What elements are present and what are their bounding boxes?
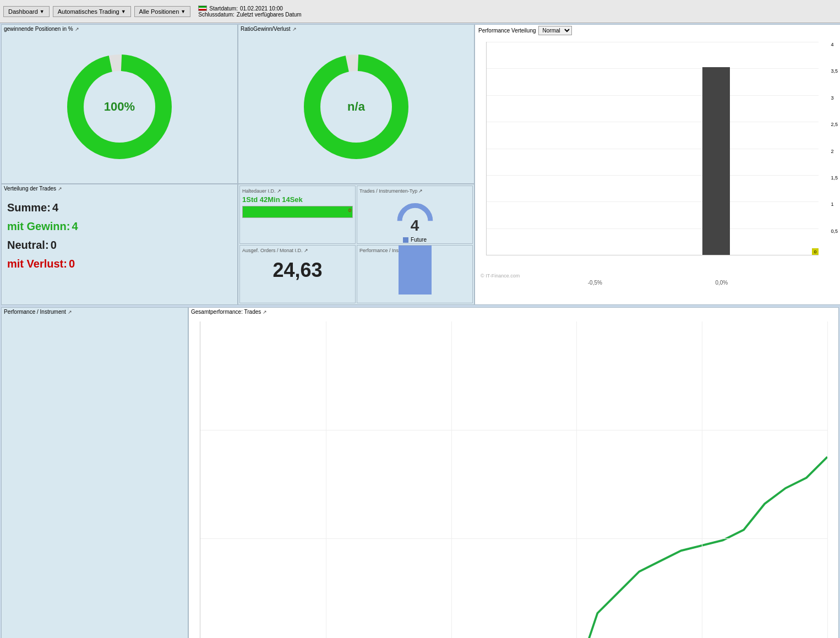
startdatum-row: Startdatum: 01.02.2021 10:00 xyxy=(198,6,301,12)
flag-icon xyxy=(198,6,207,11)
sub-panel-ausgef-orders: Ausgef. Orders / Monat I.D. ↗ 24,63 xyxy=(239,245,356,303)
trades-instr-title: Trades / Instrumenten-Typ ↗ xyxy=(359,188,470,194)
grid-v-3 xyxy=(576,321,577,638)
summe-row: Summe: 4 xyxy=(7,198,232,217)
panel-ratio-gewinn-verlust: RatioGewinn/Verlust ↗ n/a xyxy=(238,24,474,184)
startdatum-label: Startdatum: xyxy=(209,6,238,12)
expand-icon-ausgef[interactable]: ↗ xyxy=(304,248,308,253)
grid-line-h-2 xyxy=(487,95,819,96)
top-bar: Dashboard Automatisches Trading Alle Pos… xyxy=(0,0,840,23)
verteilung-title: Verteilung der Trades xyxy=(4,186,56,192)
gesamt-chart: © IT-Finance.com 0 1 2 3 4 5 xyxy=(189,316,838,638)
legend-label: Future xyxy=(411,237,427,243)
summe-value: 4 xyxy=(52,201,58,214)
y-label-25: 2,5 xyxy=(831,122,838,127)
progress-zero: 0 xyxy=(348,208,351,213)
perf-bottom-label: -0,5% 0,0% xyxy=(475,280,840,288)
grid-line-h-1 xyxy=(487,68,819,69)
y-label-2: 2 xyxy=(831,149,838,154)
gesamt-inner: © IT-Finance.com xyxy=(200,321,827,638)
mit-gewinn-value: 4 xyxy=(72,220,78,232)
schlussdatum-label: Schlussdatum: xyxy=(198,12,234,18)
donut-wrap-ratio: n/a xyxy=(301,52,411,162)
trade-dist: Summe: 4 mit Gewinn: 4 Neutral: 0 mit Ve… xyxy=(2,193,237,279)
y-label-1: 1 xyxy=(831,201,838,207)
donut-label-ratio: n/a xyxy=(347,100,365,114)
perf-copyright: © IT-Finance.com xyxy=(475,272,840,280)
schlussdatum-value: Zuletzt verfügbares Datum xyxy=(237,12,302,18)
haltedauer-grid: Haltedauer I.D. ↗ 1Std 42Min 14Sek 0 Tra… xyxy=(239,186,473,303)
neutral-value: 0 xyxy=(51,239,57,251)
panel-header-verteilung: Verteilung der Trades ↗ xyxy=(2,184,237,193)
y-label-4: 4 xyxy=(831,42,838,47)
alle-positionen-button[interactable]: Alle Positionen xyxy=(134,6,191,17)
donut-label-gewinnende: 100% xyxy=(104,100,135,114)
y-labels: 4 3,5 3 2,5 2 1,5 1 0,5 xyxy=(831,42,838,255)
gesamt-header: Gesamtperformance: Trades ↗ xyxy=(189,308,838,316)
y-label-15: 1,5 xyxy=(831,175,838,181)
panel-header-ratio: RatioGewinn/Verlust ↗ xyxy=(238,25,474,33)
expand-icon-gewinnende[interactable]: ↗ xyxy=(75,26,79,32)
expand-icon-ratio[interactable]: ↗ xyxy=(292,26,297,32)
grid-line-h-5 xyxy=(487,175,819,176)
sub-panel-haltedauer: Haltedauer I.D. ↗ 1Std 42Min 14Sek 0 xyxy=(239,186,356,244)
perf-chart-inner: 0 4 3,5 3 2,5 2 1,5 1 0,5 xyxy=(486,42,819,255)
grid-line-h-7 xyxy=(487,228,819,229)
neutral-row: Neutral: 0 xyxy=(7,236,232,254)
panel-performance-instrument: Performance / Instrument ↗ Deutschland 3… xyxy=(1,307,188,638)
expand-icon-instrument[interactable]: ↗ xyxy=(68,309,72,315)
grid-v-2 xyxy=(451,321,452,638)
grid-v-4 xyxy=(702,321,702,638)
panel-gesamtperformance: Gesamtperformance: Trades ↗ xyxy=(188,307,839,638)
haltedauer-title: Haltedauer I.D. ↗ xyxy=(242,188,353,194)
normal-select[interactable]: Normal xyxy=(538,26,572,35)
instrument-chart: Deutschland 30-Kassa (1 €) xyxy=(2,316,188,638)
sub-panel-perf-instr: Performance / Instr-Typ ↗ Future xyxy=(357,245,473,303)
panel-performance-verteilung: Performance Verteilung Normal 0 xyxy=(474,24,840,305)
ausgef-orders-title: Ausgef. Orders / Monat I.D. ↗ xyxy=(242,248,353,253)
grid-v-1 xyxy=(326,321,326,638)
main-content: gewinnende Positionen in % ↗ 100% RatioG… xyxy=(0,23,840,306)
haltedauer-time: 1Std 42Min 14Sek xyxy=(242,195,353,204)
grid-line-h-4 xyxy=(487,149,819,149)
x-label-minus05: -0,5% xyxy=(588,280,602,286)
gauge-legend: Future xyxy=(403,237,427,243)
sub-panel-trades-instr: Trades / Instrumenten-Typ ↗ 4 Future xyxy=(357,186,473,244)
grid-line-h-3 xyxy=(487,122,819,122)
gesamt-title: Gesamtperformance: Trades xyxy=(191,309,261,315)
y-label-3: 3 xyxy=(831,95,838,101)
summe-label: Summe: xyxy=(7,201,51,214)
panel-perf-header: Performance Verteilung Normal xyxy=(475,25,840,36)
schlussdatum-row: Schlussdatum: Zuletzt verfügbares Datum xyxy=(198,12,301,18)
auto-trading-button[interactable]: Automatisches Trading xyxy=(53,6,131,17)
instr-chart: Future xyxy=(359,255,470,297)
ratio-title: RatioGewinn/Verlust xyxy=(241,26,291,32)
expand-icon-trades-instr[interactable]: ↗ xyxy=(418,188,423,194)
instrument-bar-outer xyxy=(46,318,182,638)
gauge-container: 4 Future xyxy=(359,195,470,244)
grid-h-1 xyxy=(200,430,827,430)
grid-v-5 xyxy=(827,321,828,638)
instr-bar-col: Future xyxy=(399,245,432,295)
x-label-0: 0,0% xyxy=(715,280,728,286)
grid-line-h-6 xyxy=(487,201,819,202)
perf-title: Performance Verteilung xyxy=(478,28,536,34)
ausgef-value: 24,63 xyxy=(242,259,353,282)
expand-icon-verteilung[interactable]: ↗ xyxy=(58,186,62,192)
grid-h-2 xyxy=(200,538,827,539)
donut-container-gewinnende: 100% xyxy=(2,33,237,181)
expand-icon-gesamt[interactable]: ↗ xyxy=(263,309,267,315)
panel-haltedauer-group: Haltedauer I.D. ↗ 1Std 42Min 14Sek 0 Tra… xyxy=(238,184,474,305)
expand-icon-haltedauer[interactable]: ↗ xyxy=(277,188,281,194)
gesamt-line-svg xyxy=(200,321,827,638)
mit-verlust-label: mit Verlust: xyxy=(7,258,67,270)
zero-indicator: 0 xyxy=(812,248,819,255)
bottom-section: Performance / Instrument ↗ Deutschland 3… xyxy=(0,306,840,638)
instrument-title: Performance / Instrument xyxy=(4,309,66,315)
perf-bar xyxy=(702,67,730,255)
panel-instrument-header: Performance / Instrument ↗ xyxy=(2,308,188,316)
dashboard-button[interactable]: Dashboard xyxy=(3,6,50,17)
date-section: Startdatum: 01.02.2021 10:00 Schlussdatu… xyxy=(198,6,301,18)
neutral-label: Neutral: xyxy=(7,239,49,251)
panel-header-gewinnende: gewinnende Positionen in % ↗ xyxy=(2,25,237,33)
